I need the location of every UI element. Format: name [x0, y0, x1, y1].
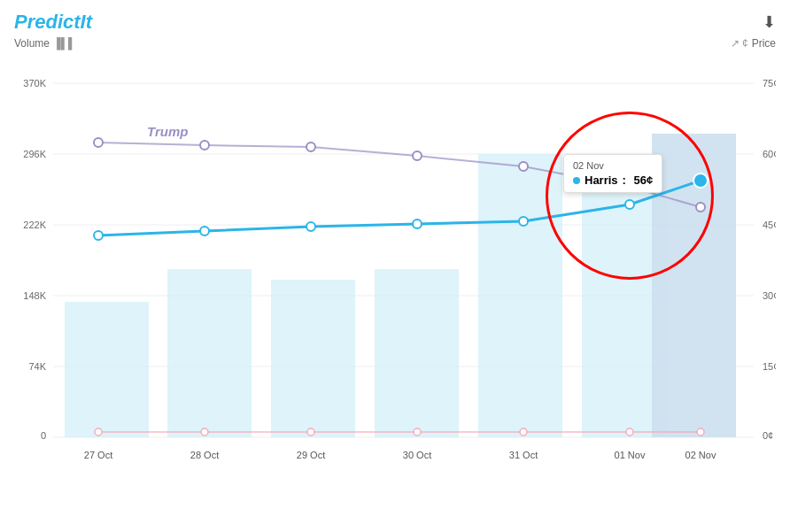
harris-point-31oct [519, 217, 528, 226]
other-point-2 [201, 428, 208, 436]
x-label-02nov: 02 Nov [685, 450, 716, 460]
bar-27oct [65, 302, 149, 437]
logo: PredictIt [14, 11, 92, 34]
main-svg: 370K 296K 222K 148K 74K 0 75¢ 60¢ 45¢ 30… [14, 50, 776, 474]
tooltip-date: 02 Nov [573, 160, 653, 171]
y-label-296k: 296K [23, 149, 46, 159]
volume-label: Volume ▐▌▌ [14, 37, 76, 50]
harris-point-29oct [306, 222, 315, 231]
volume-icon: ▐▌▌ [53, 37, 76, 50]
tooltip-dot [573, 177, 580, 184]
trump-point-02nov [696, 203, 705, 212]
trump-point-30oct [413, 151, 422, 160]
price-icon: ↗ ¢ [731, 37, 748, 50]
y-right-30: 30¢ [763, 290, 776, 301]
other-point-5 [520, 428, 527, 436]
tooltip-price: 56¢ [634, 173, 654, 187]
trump-label: Trump [147, 124, 188, 139]
harris-point-02nov-active [693, 173, 708, 188]
axis-labels: Volume ▐▌▌ ↗ ¢ Price [0, 37, 790, 50]
volume-text: Volume [14, 37, 50, 50]
y-label-148k: 148K [23, 290, 46, 301]
download-icon[interactable]: ⬇ [763, 12, 776, 32]
harris-point-01nov [625, 200, 634, 209]
bar-29oct [271, 280, 355, 437]
other-point-3 [307, 428, 314, 436]
x-label-27oct: 27 Oct [84, 450, 112, 460]
price-text: Price [752, 37, 776, 50]
y-label-0: 0 [41, 430, 46, 441]
x-label-30oct: 30 Oct [403, 450, 431, 460]
y-label-74k: 74K [28, 361, 46, 372]
bar-31oct [478, 154, 562, 437]
trump-point-27oct [94, 138, 103, 147]
tooltip-series: Harris [585, 173, 618, 187]
harris-point-28oct [200, 227, 209, 235]
y-label-222k: 222K [23, 220, 46, 230]
y-right-60: 60¢ [763, 149, 776, 159]
tooltip-value: Harris: 56¢ [573, 173, 653, 187]
y-label-370k: 370K [23, 78, 46, 89]
harris-point-30oct [413, 220, 422, 228]
trump-point-28oct [200, 141, 209, 150]
price-label: ↗ ¢ Price [731, 37, 776, 50]
y-right-75: 75¢ [763, 78, 776, 89]
trump-point-31oct [519, 162, 528, 171]
tooltip: 02 Nov Harris: 56¢ [563, 154, 662, 193]
x-label-29oct: 29 Oct [297, 450, 325, 460]
chart-area: 370K 296K 222K 148K 74K 0 75¢ 60¢ 45¢ 30… [14, 50, 776, 478]
other-point-1 [95, 428, 102, 436]
harris-point-27oct [94, 231, 103, 240]
x-label-01nov: 01 Nov [615, 450, 646, 460]
other-point-6 [626, 428, 633, 436]
header: PredictIt ⬇ [0, 0, 790, 37]
x-label-31oct: 31 Oct [509, 450, 538, 460]
other-point-7 [697, 428, 704, 436]
logo-text: PredictIt [14, 11, 92, 33]
other-point-4 [414, 428, 421, 436]
y-right-15: 15¢ [763, 361, 776, 372]
y-right-45: 45¢ [763, 220, 776, 230]
x-label-28oct: 28 Oct [190, 450, 219, 460]
y-right-0: 0¢ [763, 430, 773, 441]
chart-container: PredictIt ⬇ Volume ▐▌▌ ↗ ¢ Price 370K 29… [0, 0, 790, 532]
trump-point-29oct [306, 143, 315, 151]
bar-28oct [167, 269, 252, 437]
bar-30oct [375, 269, 459, 437]
